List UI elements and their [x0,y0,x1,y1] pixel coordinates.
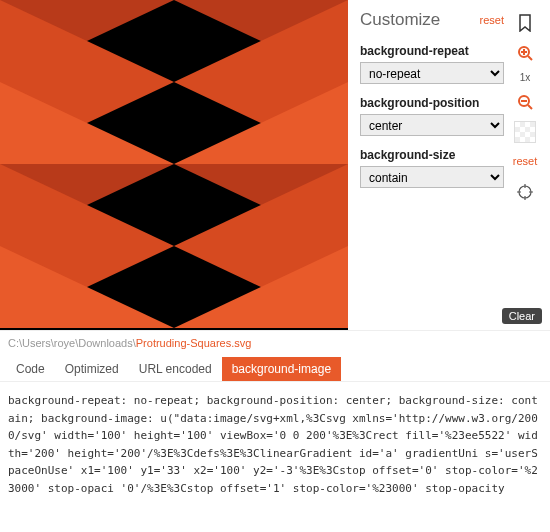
preview-canvas [0,0,348,330]
transparency-toggle[interactable] [514,121,536,143]
bg-size-label: background-size [360,148,504,162]
zoom-level: 1x [520,72,531,83]
tab-optimized[interactable]: Optimized [55,357,129,381]
bg-size-select[interactable]: contain [360,166,504,188]
clear-button[interactable]: Clear [502,308,542,324]
file-path: C:\Users\roye\Downloads\Protruding-Squar… [0,330,550,353]
zoom-in-icon[interactable] [514,42,536,64]
tab-background-image[interactable]: background-image [222,357,341,381]
reset-link[interactable]: reset [480,14,504,26]
bg-repeat-label: background-repeat [360,44,504,58]
output-tabs: Code Optimized URL encoded background-im… [0,353,550,382]
target-icon[interactable] [514,181,536,203]
bg-position-select[interactable]: center [360,114,504,136]
customize-title: Customize [360,10,440,30]
side-reset-link[interactable]: reset [513,155,537,167]
bg-repeat-select[interactable]: no-repeat [360,62,504,84]
tab-code[interactable]: Code [6,357,55,381]
bg-position-label: background-position [360,96,504,110]
code-output[interactable]: background-repeat: no-repeat; background… [0,382,550,502]
tab-url-encoded[interactable]: URL encoded [129,357,222,381]
bookmark-icon[interactable] [514,12,536,34]
zoom-out-icon[interactable] [514,91,536,113]
